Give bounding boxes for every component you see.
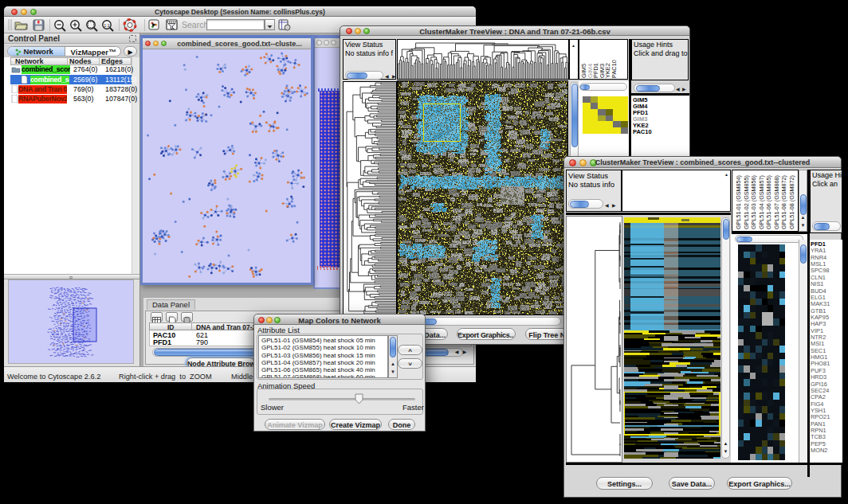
svg-text:GPL51-08 (GSM872): GPL51-08 (GSM872): [780, 175, 787, 229]
svg-text:GPL51-08 (GSM872): GPL51-08 (GSM872): [788, 175, 795, 229]
svg-text:GPL51-03 (GSM856): GPL51-03 (GSM856): [750, 175, 757, 229]
svg-text:GPL51-02 (GSM855): GPL51-02 (GSM855): [743, 175, 750, 229]
svg-text:PAC10: PAC10: [610, 60, 618, 78]
svg-text:1:1: 1:1: [104, 23, 110, 28]
svg-text:GPL51-04 (GSM857): GPL51-04 (GSM857): [758, 175, 765, 229]
svg-text:GPL51-01 (GSM854): GPL51-01 (GSM854): [735, 175, 742, 229]
svg-text:GPL51-06 (GSM865): GPL51-06 (GSM865): [765, 175, 772, 229]
svg-text:GPL51-07 (GSM868): GPL51-07 (GSM868): [773, 175, 780, 229]
